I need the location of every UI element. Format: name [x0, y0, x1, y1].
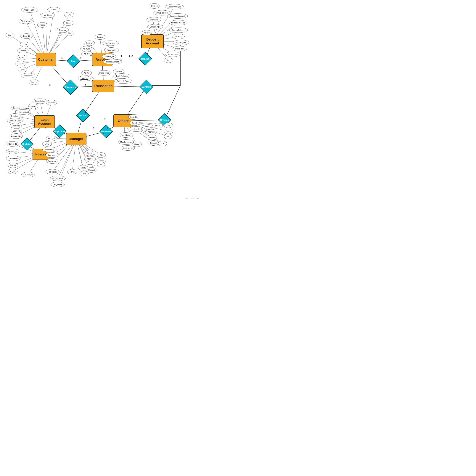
- attr-cust_id: Cust_id: [20, 34, 33, 39]
- attr-loaninterest: LoanInterest: [6, 156, 20, 161]
- attr-state: State: [63, 20, 73, 26]
- attr-pan: PAN: [18, 67, 27, 72]
- relation-approves[interactable]: Approves: [53, 124, 67, 138]
- attr-contact: Contact: [15, 61, 26, 66]
- attr-first_name: First_Name: [46, 169, 60, 174]
- cardinality-label: n: [45, 126, 46, 129]
- attr-middle_name: Middle_Name: [50, 176, 66, 181]
- attr-street: Street: [153, 123, 163, 128]
- cardinality-label: 1: [61, 57, 63, 59]
- relation-controls[interactable]: Controls: [139, 80, 154, 94]
- attr-current_int: Current_int: [21, 172, 35, 177]
- relation-label-controls: Controls: [141, 85, 151, 88]
- attr-first_name: First_Name: [119, 132, 133, 137]
- attr-days: days: [164, 58, 173, 63]
- attr-address: Address: [84, 156, 96, 161]
- attr-date_of_loan: Date_Of_Loan: [7, 118, 23, 123]
- attr-emp_id: Emp_ID: [128, 114, 139, 119]
- relation-label-requests: Requests: [65, 86, 76, 89]
- attr-interest_rate: Interest_rate: [102, 41, 119, 46]
- relation-governs[interactable]: Governs: [99, 124, 113, 138]
- attr-password: Password: [46, 158, 58, 164]
- attr-close_date: Close_date: [166, 52, 180, 57]
- attr-rd_int: RD_int: [8, 163, 18, 168]
- relation-label-can_be: Can be: [141, 57, 149, 60]
- attr-savings_int: Savings_int: [6, 149, 19, 154]
- attr-description: Description: [33, 99, 47, 104]
- attr-middle_name: Middle_Name: [118, 139, 134, 145]
- attr-currentbalance: CurrentBalance: [169, 28, 188, 33]
- attr-age: Age: [6, 33, 14, 38]
- attr-cust_id: Cust_id: [84, 41, 95, 46]
- attr-contact: Contact: [148, 140, 159, 146]
- attr-total_balance: Total_Balance: [113, 73, 130, 79]
- attr-cust_id: Cust_id: [149, 3, 160, 9]
- attr-last_name: Last_Name: [121, 145, 135, 151]
- attr-nationality: Nationality: [21, 73, 35, 78]
- attr-email: Email: [17, 55, 26, 60]
- watermark: www.creately.com: [185, 197, 199, 199]
- relation-label-approves: Approves: [54, 130, 65, 133]
- attr-amount: Amount: [113, 69, 124, 74]
- cardinality-label: n: [80, 57, 81, 59]
- attr-gender: Gender: [85, 162, 95, 167]
- relation-label-makes: Makes: [79, 114, 87, 117]
- attr-deposit_ac_no: Deposit_Ac_No: [169, 20, 187, 25]
- attr-loantype: LoanType: [10, 123, 22, 128]
- attr-interest_id: Interest_ID: [102, 54, 116, 59]
- cardinality-label: 1: [78, 128, 79, 131]
- attr-open_date: Open_date: [172, 46, 187, 51]
- cardinality-label: n: [85, 112, 86, 114]
- attr-last_name: Last_Name: [51, 182, 65, 187]
- cardinality-label: n: [93, 126, 94, 129]
- attr-name: Name: [37, 22, 47, 28]
- attr-accountno: AccountNo: [10, 134, 23, 139]
- attr-pin: Pin: [164, 134, 172, 139]
- diagram-container: CustomerAccountDepositAccountTransaction…: [0, 0, 201, 201]
- cardinality-label: n: [85, 84, 86, 86]
- attr-ac_type: Ac_Type: [80, 46, 92, 51]
- attr-email: Email: [130, 120, 139, 126]
- cardinality-label: 1: [103, 133, 104, 136]
- relation-makes[interactable]: Makes: [76, 109, 90, 122]
- cardinality-label: n: [28, 140, 29, 143]
- cardinality-label: 1: [49, 84, 51, 86]
- relation-can_be[interactable]: Can be: [138, 52, 152, 66]
- attr-street: Street: [84, 151, 94, 156]
- attr-salary: Salary: [29, 80, 39, 85]
- attr-duration: Duration: [9, 113, 20, 119]
- attr-trans_id: Trans_ID: [78, 76, 91, 81]
- attr-email: Email: [42, 141, 52, 147]
- entity-deposit_account: DepositAccount: [141, 34, 164, 48]
- attr-contact: Contact: [86, 167, 97, 172]
- attr-last_name: Last_Name: [40, 13, 55, 18]
- svg-line-114: [165, 85, 180, 120]
- attr-interest_id: Interest_ID: [6, 141, 19, 147]
- relation-requests[interactable]: Requests: [63, 80, 78, 95]
- attr-middle_name: Middle_Name: [21, 7, 38, 13]
- attr-city: City: [97, 153, 106, 158]
- attr-open_date: Open_date: [104, 47, 119, 53]
- attr-depositacctype: DepositAccType: [165, 4, 184, 9]
- attr-loan_id: Loan_ID: [11, 128, 22, 134]
- attr-city: City: [64, 12, 74, 17]
- attr-user_name: User_name: [46, 153, 59, 158]
- relation-has[interactable]: has: [66, 54, 80, 68]
- attr-state: State: [164, 129, 173, 134]
- attr-gender: Gender: [17, 48, 28, 53]
- attr-fd_int: FD_int: [8, 169, 17, 174]
- attr-name: Name: [67, 169, 77, 174]
- attr-ac_no: Ac_No: [82, 70, 92, 75]
- attr-street: Street: [47, 7, 60, 12]
- attr-interestamount: InterestAmount: [103, 59, 122, 64]
- cardinality-label: 0..2: [129, 55, 133, 57]
- attr-interest_rate: Interest_rate: [173, 40, 189, 45]
- cardinality-label: 1: [121, 55, 122, 57]
- attr-closuretype: ClosureType: [147, 24, 163, 29]
- attr-gender: Gender: [147, 135, 157, 140]
- attr-duration: Duration: [172, 34, 185, 39]
- attr-dob: DOB: [158, 141, 167, 146]
- relation-label-creates: Creates: [160, 119, 169, 121]
- cardinality-label: 1: [107, 126, 108, 129]
- relation-updates[interactable]: Updates: [20, 137, 34, 151]
